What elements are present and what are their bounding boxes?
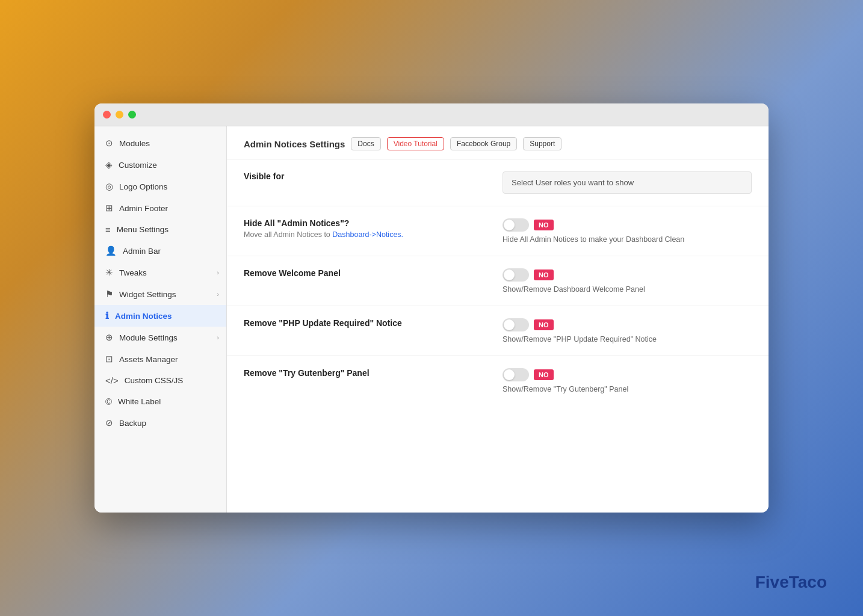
sidebar-item-widget-settings[interactable]: ⚑Widget Settings› (94, 283, 226, 305)
sidebar-item-admin-notices[interactable]: ℹAdmin Notices (94, 305, 226, 327)
setting-label-remove-gutenberg: Remove "Try Gutenberg" Panel (244, 368, 493, 378)
toggle-remove-php-notice[interactable] (503, 318, 529, 331)
setting-left-hide-admin-notices: Hide All "Admin Notices"?Move all Admin … (244, 218, 493, 239)
sidebar-label-assets-manager: Assets Manager (119, 355, 178, 364)
assets-manager-icon: ⊡ (105, 354, 113, 365)
titlebar (94, 103, 769, 126)
sidebar-item-menu-settings[interactable]: ≡Menu Settings (94, 219, 226, 240)
tag-video-tutorial[interactable]: Video Tutorial (387, 137, 444, 150)
sidebar-label-white-label: White Label (118, 397, 161, 406)
setting-desc-remove-gutenberg: Show/Remove "Try Gutenberg" Panel (503, 385, 752, 393)
sidebar-item-logo-options[interactable]: ◎Logo Options (94, 176, 226, 197)
sidebar: ⊙Modules◈Customize◎Logo Options⊞Admin Fo… (94, 126, 227, 513)
brand-footer: FiveTaco (755, 573, 827, 592)
chevron-icon-tweaks: › (217, 269, 219, 276)
setting-desc-remove-welcome-panel: Show/Remove Dashboard Welcome Panel (503, 285, 752, 294)
sidebar-item-modules[interactable]: ⊙Modules (94, 132, 226, 154)
tweaks-icon: ✳ (105, 267, 113, 278)
window-body: ⊙Modules◈Customize◎Logo Options⊞Admin Fo… (94, 126, 769, 513)
setting-label-remove-php-notice: Remove "PHP Update Required" Notice (244, 318, 493, 328)
sidebar-item-white-label[interactable]: ©White Label (94, 391, 226, 412)
white-label-icon: © (105, 396, 112, 407)
setting-label-visible-for: Visible for (244, 171, 493, 181)
sidebar-label-module-settings: Module Settings (119, 333, 178, 342)
tag-support[interactable]: Support (523, 137, 561, 150)
toggle-row-hide-admin-notices: NO (503, 218, 752, 232)
user-roles-select[interactable]: Select User roles you want to show (503, 171, 752, 194)
toggle-remove-gutenberg[interactable] (503, 368, 529, 381)
sidebar-item-assets-manager[interactable]: ⊡Assets Manager (94, 348, 226, 370)
sidebar-label-widget-settings: Widget Settings (119, 290, 176, 299)
setting-right-hide-admin-notices: NOHide All Admin Notices to make your Da… (503, 218, 752, 244)
admin-footer-icon: ⊞ (105, 203, 113, 214)
maximize-button[interactable] (128, 111, 136, 119)
toggle-no-label-remove-welcome-panel: NO (534, 270, 554, 280)
toggle-row-remove-gutenberg: NO (503, 368, 752, 381)
tag-facebook-group[interactable]: Facebook Group (450, 137, 517, 150)
page-title: Admin Notices Settings (244, 139, 345, 149)
setting-label-remove-welcome-panel: Remove Welcome Panel (244, 268, 493, 278)
sidebar-label-customize: Customize (119, 161, 157, 170)
brand-name: FiveTaco (755, 573, 827, 591)
admin-bar-icon: 👤 (105, 245, 117, 256)
chevron-icon-widget-settings: › (217, 291, 219, 298)
backup-icon: ⊘ (105, 417, 113, 428)
app-window: ⊙Modules◈Customize◎Logo Options⊞Admin Fo… (94, 103, 769, 513)
modules-icon: ⊙ (105, 138, 113, 149)
sidebar-label-admin-footer: Admin Footer (119, 204, 168, 213)
module-settings-icon: ⊕ (105, 332, 113, 343)
sidebar-item-customize[interactable]: ◈Customize (94, 154, 226, 176)
page-header: Admin Notices Settings DocsVideo Tutoria… (227, 126, 769, 159)
widget-settings-icon: ⚑ (105, 289, 113, 300)
customize-icon: ◈ (105, 159, 113, 170)
sidebar-item-admin-bar[interactable]: 👤Admin Bar (94, 240, 226, 262)
sidebar-label-admin-notices: Admin Notices (115, 312, 172, 321)
toggle-no-label-remove-php-notice: NO (534, 319, 554, 330)
sidebar-label-custom-css-js: Custom CSS/JS (125, 376, 184, 385)
logo-options-icon: ◎ (105, 181, 113, 192)
sidebar-item-tweaks[interactable]: ✳Tweaks› (94, 262, 226, 283)
main-content: Admin Notices Settings DocsVideo Tutoria… (227, 126, 769, 513)
setting-right-remove-php-notice: NOShow/Remove "PHP Update Required" Noti… (503, 318, 752, 343)
toggle-remove-welcome-panel[interactable] (503, 268, 529, 282)
setting-remove-php-notice: Remove "PHP Update Required" NoticeNOSho… (227, 306, 769, 356)
setting-sublabel-hide-admin-notices: Move all Admin Notices to Dashboard->Not… (244, 230, 493, 239)
toggle-row-remove-php-notice: NO (503, 318, 752, 331)
setting-right-remove-welcome-panel: NOShow/Remove Dashboard Welcome Panel (503, 268, 752, 294)
admin-notices-icon: ℹ (105, 310, 109, 321)
tag-docs[interactable]: Docs (351, 137, 380, 150)
sidebar-label-backup: Backup (119, 419, 146, 428)
toggle-hide-admin-notices[interactable] (503, 218, 529, 232)
setting-left-remove-welcome-panel: Remove Welcome Panel (244, 268, 493, 278)
sidebar-label-tweaks: Tweaks (119, 268, 147, 277)
setting-label-hide-admin-notices: Hide All "Admin Notices"? (244, 218, 493, 228)
settings-container: Visible forSelect User roles you want to… (227, 159, 769, 405)
chevron-icon-module-settings: › (217, 334, 219, 341)
toggle-row-remove-welcome-panel: NO (503, 268, 752, 282)
setting-left-remove-gutenberg: Remove "Try Gutenberg" Panel (244, 368, 493, 378)
sidebar-label-logo-options: Logo Options (119, 182, 167, 191)
setting-left-visible-for: Visible for (244, 171, 493, 181)
sidebar-label-modules: Modules (119, 139, 150, 148)
notices-link[interactable]: Dashboard->Notices. (332, 230, 403, 239)
sidebar-item-admin-footer[interactable]: ⊞Admin Footer (94, 197, 226, 219)
setting-right-remove-gutenberg: NOShow/Remove "Try Gutenberg" Panel (503, 368, 752, 393)
setting-desc-remove-php-notice: Show/Remove "PHP Update Required" Notice (503, 335, 752, 343)
sidebar-item-custom-css-js[interactable]: </>Custom CSS/JS (94, 370, 226, 391)
toggle-no-label-hide-admin-notices: NO (534, 220, 554, 230)
setting-visible-for: Visible forSelect User roles you want to… (227, 159, 769, 206)
setting-hide-admin-notices: Hide All "Admin Notices"?Move all Admin … (227, 206, 769, 256)
sidebar-item-module-settings[interactable]: ⊕Module Settings› (94, 327, 226, 348)
sidebar-item-backup[interactable]: ⊘Backup (94, 412, 226, 434)
close-button[interactable] (103, 111, 111, 119)
toggle-no-label-remove-gutenberg: NO (534, 369, 554, 380)
setting-remove-welcome-panel: Remove Welcome PanelNOShow/Remove Dashbo… (227, 256, 769, 306)
setting-left-remove-php-notice: Remove "PHP Update Required" Notice (244, 318, 493, 328)
setting-desc-hide-admin-notices: Hide All Admin Notices to make your Dash… (503, 235, 752, 244)
sidebar-label-menu-settings: Menu Settings (117, 225, 169, 234)
sidebar-label-admin-bar: Admin Bar (123, 247, 161, 256)
custom-css-js-icon: </> (105, 375, 119, 386)
menu-settings-icon: ≡ (105, 224, 111, 235)
minimize-button[interactable] (116, 111, 123, 119)
setting-right-visible-for: Select User roles you want to show (503, 171, 752, 194)
